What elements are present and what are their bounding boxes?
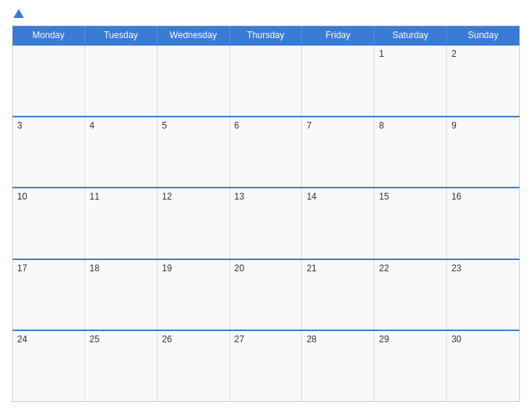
day-number: 20 xyxy=(235,263,244,274)
calendar-cell: 8 xyxy=(374,117,447,188)
day-number: 29 xyxy=(379,334,389,344)
calendar-header-cell: Saturday xyxy=(374,26,447,44)
calendar-cell xyxy=(158,46,230,116)
calendar-cell: 27 xyxy=(230,331,303,401)
calendar-cell: 17 xyxy=(13,260,85,330)
day-number: 16 xyxy=(451,191,461,202)
calendar-cell: 13 xyxy=(230,188,303,259)
calendar-cell xyxy=(302,46,374,116)
day-number: 17 xyxy=(17,263,27,274)
calendar-cell: 10 xyxy=(13,188,85,259)
day-number: 27 xyxy=(235,334,244,344)
calendar-cell: 15 xyxy=(374,188,447,259)
calendar-cell xyxy=(230,46,303,116)
calendar-header-cell: Friday xyxy=(302,26,374,44)
calendar-cell: 21 xyxy=(302,260,374,330)
calendar-cell: 30 xyxy=(447,331,519,401)
day-number: 24 xyxy=(17,334,27,344)
calendar-header-cell: Monday xyxy=(13,26,85,44)
day-number: 3 xyxy=(17,120,22,131)
calendar-grid: MondayTuesdayWednesdayThursdayFridaySatu… xyxy=(12,25,520,402)
calendar-cell: 23 xyxy=(447,260,519,330)
calendar-body: 1234567891011121314151617181920212223242… xyxy=(13,44,519,401)
logo-triangle-icon xyxy=(13,9,24,18)
calendar-cell: 28 xyxy=(302,331,374,401)
day-number: 19 xyxy=(162,263,172,274)
calendar-row: 10111213141516 xyxy=(13,187,519,259)
day-number: 5 xyxy=(162,120,167,131)
calendar-row: 12 xyxy=(13,44,519,116)
calendar-cell: 2 xyxy=(447,46,519,116)
day-number: 23 xyxy=(451,263,461,274)
calendar-cell: 24 xyxy=(13,331,85,401)
calendar-page: MondayTuesdayWednesdayThursdayFridaySatu… xyxy=(0,0,532,411)
calendar-cell: 18 xyxy=(85,260,158,330)
day-number: 4 xyxy=(90,120,95,131)
day-number: 14 xyxy=(306,191,316,202)
calendar-header-cell: Sunday xyxy=(447,26,519,44)
calendar-cell: 7 xyxy=(302,117,374,188)
calendar-row: 24252627282930 xyxy=(13,330,519,401)
calendar-header-cell: Tuesday xyxy=(85,26,158,44)
calendar-cell: 6 xyxy=(230,117,303,188)
day-number: 28 xyxy=(306,334,316,344)
calendar-cell: 25 xyxy=(85,331,158,401)
day-number: 21 xyxy=(306,263,316,274)
day-number: 13 xyxy=(235,191,244,202)
day-number: 7 xyxy=(306,120,312,131)
day-number: 18 xyxy=(90,263,99,274)
day-number: 1 xyxy=(379,49,384,59)
calendar-row: 17181920212223 xyxy=(13,259,519,330)
day-number: 12 xyxy=(162,191,172,202)
page-header xyxy=(12,9,520,19)
calendar-cell xyxy=(13,46,85,116)
day-number: 15 xyxy=(379,191,389,202)
day-number: 30 xyxy=(451,334,461,344)
calendar-cell: 3 xyxy=(13,117,85,188)
calendar-cell xyxy=(85,46,158,116)
calendar-cell: 22 xyxy=(374,260,447,330)
calendar-header-cell: Wednesday xyxy=(158,26,230,44)
calendar-header: MondayTuesdayWednesdayThursdayFridaySatu… xyxy=(13,26,519,44)
calendar-row: 3456789 xyxy=(13,116,519,188)
day-number: 26 xyxy=(162,334,172,344)
calendar-cell: 19 xyxy=(158,260,230,330)
day-number: 10 xyxy=(17,191,27,202)
day-number: 8 xyxy=(379,120,384,131)
day-number: 6 xyxy=(235,120,240,131)
logo xyxy=(12,9,24,19)
calendar-header-cell: Thursday xyxy=(230,26,303,44)
calendar-cell: 26 xyxy=(158,331,230,401)
calendar-cell: 16 xyxy=(447,188,519,259)
calendar-cell: 5 xyxy=(158,117,230,188)
calendar-cell: 9 xyxy=(447,117,519,188)
calendar-cell: 4 xyxy=(85,117,158,188)
calendar-cell: 11 xyxy=(85,188,158,259)
calendar-cell: 1 xyxy=(374,46,447,116)
day-number: 25 xyxy=(90,334,99,344)
calendar-cell: 29 xyxy=(374,331,447,401)
day-number: 9 xyxy=(451,120,457,131)
calendar-cell: 12 xyxy=(158,188,230,259)
calendar-cell: 20 xyxy=(230,260,303,330)
calendar-cell: 14 xyxy=(302,188,374,259)
day-number: 22 xyxy=(379,263,389,274)
day-number: 2 xyxy=(451,49,457,59)
day-number: 11 xyxy=(90,191,99,202)
